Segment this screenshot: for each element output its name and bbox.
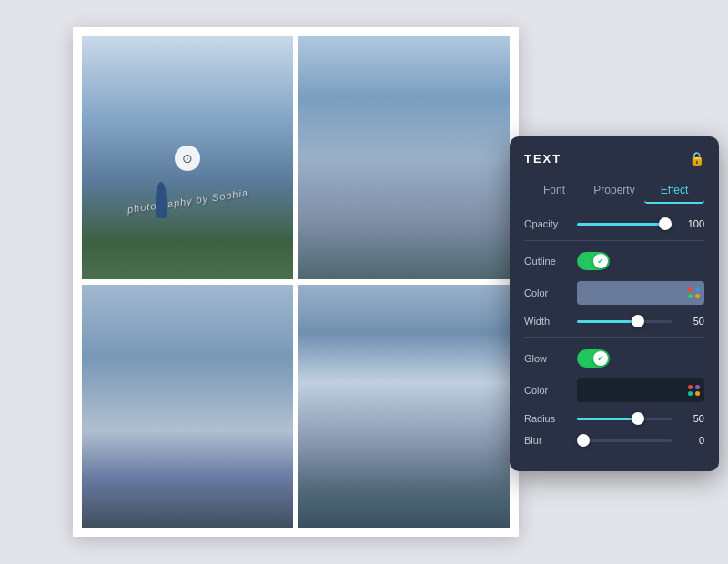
tabs-container: Font Property Effect	[524, 178, 704, 204]
canvas-area: photography by Sophia ⊙	[73, 27, 519, 537]
opacity-value: 100	[679, 218, 704, 229]
glow-dot-purple	[695, 385, 700, 389]
glow-dot-orange	[695, 391, 700, 396]
tab-font[interactable]: Font	[524, 178, 584, 204]
glow-color-dots	[688, 385, 701, 396]
outline-width-row: Width 50	[524, 316, 704, 327]
outline-color-dots	[688, 287, 701, 298]
tab-effect[interactable]: Effect	[644, 178, 704, 204]
opacity-fill	[577, 223, 672, 226]
outline-width-label: Width	[524, 316, 570, 327]
glow-blur-slider[interactable]	[577, 439, 672, 442]
photo-4	[298, 285, 510, 528]
outline-row: Outline ✓	[524, 252, 704, 270]
rotate-icon[interactable]: ⊙	[175, 146, 200, 171]
dot-red	[688, 287, 693, 292]
outline-color-swatch[interactable]	[577, 281, 704, 305]
lock-icon[interactable]: 🔒	[689, 151, 704, 166]
glow-check-icon: ✓	[597, 354, 604, 363]
photo-2	[298, 36, 510, 279]
opacity-thumb[interactable]	[659, 217, 672, 230]
photo-1: photography by Sophia ⊙	[82, 36, 293, 279]
opacity-label: Opacity	[524, 218, 570, 229]
divider-1	[524, 240, 704, 241]
outline-label: Outline	[524, 256, 570, 267]
outline-color-label: Color	[524, 287, 570, 298]
outline-width-slider[interactable]	[577, 320, 672, 323]
glow-color-swatch[interactable]	[577, 378, 704, 402]
glow-radius-slider[interactable]	[577, 418, 672, 420]
outline-toggle[interactable]: ✓	[577, 252, 610, 270]
glow-radius-fill	[577, 418, 633, 420]
dot-green	[688, 294, 693, 298]
dot-yellow	[695, 294, 700, 298]
glow-blur-label: Blur	[524, 435, 570, 446]
opacity-slider[interactable]	[577, 223, 672, 226]
glow-toggle[interactable]: ✓	[577, 349, 610, 368]
glow-toggle-knob: ✓	[593, 351, 608, 366]
outline-width-thumb[interactable]	[632, 315, 644, 327]
tab-property[interactable]: Property	[584, 178, 644, 204]
outline-check-icon: ✓	[597, 257, 604, 266]
dot-blue	[695, 287, 700, 292]
photo-grid: photography by Sophia ⊙	[82, 36, 510, 528]
divider-2	[524, 337, 704, 338]
glow-dot-teal	[688, 391, 693, 396]
panel-header: TEXT 🔒	[524, 151, 704, 166]
glow-color-label: Color	[524, 385, 570, 396]
glow-radius-label: Radius	[524, 413, 570, 424]
panel-title: TEXT	[524, 152, 561, 166]
glow-blur-value: 0	[679, 435, 704, 446]
photo-3	[82, 285, 293, 528]
outline-toggle-knob: ✓	[593, 254, 608, 268]
glow-row: Glow ✓	[524, 349, 704, 368]
opacity-row: Opacity 100	[524, 218, 704, 229]
glow-color-row: Color	[524, 378, 704, 402]
glow-label: Glow	[524, 353, 570, 364]
outline-width-fill	[577, 320, 633, 323]
glow-radius-row: Radius 50	[524, 413, 704, 424]
glow-radius-thumb[interactable]	[632, 412, 644, 425]
glow-blur-thumb[interactable]	[577, 434, 590, 447]
glow-dot-red	[688, 385, 693, 389]
watermark-text: photography by Sophia	[93, 182, 282, 219]
glow-radius-value: 50	[679, 413, 704, 424]
glow-blur-row: Blur 0	[524, 435, 704, 446]
outline-width-value: 50	[679, 316, 704, 327]
text-effect-panel: TEXT 🔒 Font Property Effect Opacity 100 …	[510, 136, 719, 471]
outline-color-row: Color	[524, 281, 704, 305]
